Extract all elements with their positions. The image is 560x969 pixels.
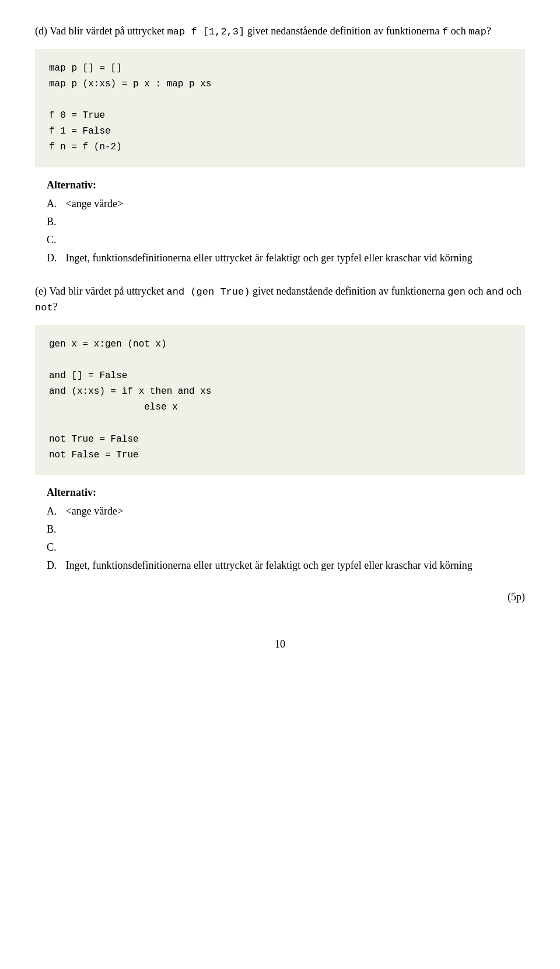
question-e-code1: and (gen True): [167, 286, 250, 298]
question-d-alternativ: Alternativ: A. <ange värde> B. C. D. Ing…: [47, 179, 525, 266]
question-e-code3: and: [486, 286, 504, 298]
question-e-option-c: C.: [47, 540, 525, 555]
question-e-option-a-text: <ange värde>: [66, 505, 124, 517]
question-e-code-block: gen x = x:gen (not x) and [] = False and…: [35, 325, 525, 475]
question-e-option-d-text: Inget, funktionsdefinitionerna eller utt…: [66, 559, 473, 571]
question-e-alternativ: Alternativ: A. <ange värde> B. C. D. Ing…: [47, 487, 525, 573]
question-e: (e) Vad blir värdet på uttrycket and (ge…: [35, 284, 525, 574]
question-d-text-start: (d) Vad blir värdet på uttrycket: [35, 25, 167, 37]
question-e-option-c-label: C.: [47, 540, 63, 555]
question-d-option-b: B.: [47, 214, 525, 230]
question-d-title: (d) Vad blir värdet på uttrycket map f […: [35, 23, 525, 40]
question-e-alternativ-title: Alternativ:: [47, 487, 525, 499]
question-e-option-a: A. <ange värde>: [47, 503, 525, 519]
question-d-option-a: A. <ange värde>: [47, 196, 525, 212]
question-d-option-c-label: C.: [47, 232, 63, 248]
question-e-text-mid2: och: [504, 285, 522, 297]
question-d-option-d: D. Inget, funktionsdefinitionerna eller …: [47, 250, 525, 266]
question-d-option-a-label: A.: [47, 196, 63, 212]
page-number: 10: [35, 638, 525, 650]
question-e-option-b-label: B.: [47, 522, 63, 537]
question-d-option-c: C.: [47, 232, 525, 248]
question-d-code2: f: [442, 26, 448, 37]
question-e-option-d: D. Inget, funktionsdefinitionerna eller …: [47, 558, 525, 573]
question-e-title: (e) Vad blir värdet på uttrycket and (ge…: [35, 284, 525, 316]
question-d-text-mid: och: [448, 25, 468, 37]
question-d-code-block: map p [] = [] map p (x:xs) = p x : map p…: [35, 49, 525, 167]
score-label: (5p): [35, 591, 525, 603]
question-d-code3: map: [468, 26, 487, 37]
question-e-code2: gen: [447, 286, 466, 298]
question-d-code1: map f [1,2,3]: [167, 26, 245, 37]
question-d: (d) Vad blir värdet på uttrycket map f […: [35, 23, 525, 266]
question-d-text-end: givet nedanstående definition av funktio…: [244, 25, 442, 37]
question-e-text-end: givet nedanstående definition av funktio…: [250, 285, 447, 297]
question-d-text-suffix: ?: [487, 25, 491, 37]
question-e-option-a-label: A.: [47, 503, 63, 519]
question-d-alternativ-title: Alternativ:: [47, 179, 525, 191]
question-e-code4: not: [35, 302, 53, 313]
question-e-option-b: B.: [47, 522, 525, 537]
question-e-text-start: (e) Vad blir värdet på uttrycket: [35, 285, 167, 297]
question-d-option-a-text: <ange värde>: [66, 198, 124, 209]
question-d-option-d-text: Inget, funktionsdefinitionerna eller utt…: [66, 252, 473, 264]
question-e-text-mid: och: [466, 285, 486, 297]
question-e-text-suffix: ?: [53, 301, 58, 313]
question-d-option-d-label: D.: [47, 250, 63, 266]
question-d-option-b-label: B.: [47, 214, 63, 230]
question-e-option-d-label: D.: [47, 558, 63, 573]
